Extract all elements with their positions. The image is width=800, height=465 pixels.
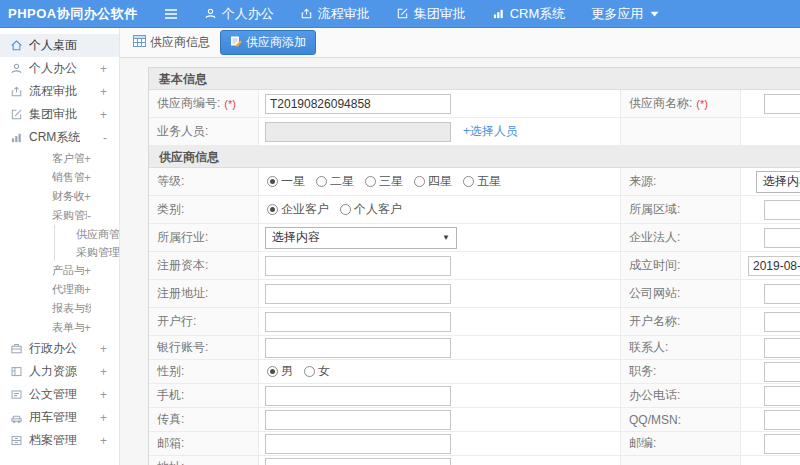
tab-supplier-info[interactable]: 供应商信息 <box>133 34 210 51</box>
postcode-input[interactable] <box>764 434 800 454</box>
expander-plus-icon[interactable]: + <box>100 342 107 356</box>
level-radio-option[interactable]: 三星 <box>365 173 403 190</box>
gender-radio-option[interactable]: 男 <box>267 363 293 380</box>
radio-button[interactable] <box>340 204 351 215</box>
expander-plus-icon[interactable]: + <box>84 171 91 185</box>
radio-button[interactable] <box>267 366 278 377</box>
radio-button[interactable] <box>267 176 278 187</box>
category-radio-group: 企业客户个人客户 <box>267 201 413 218</box>
registered-capital-input[interactable] <box>265 256 451 276</box>
qq-msn-input[interactable] <box>764 410 800 430</box>
radio-label: 企业客户 <box>281 201 329 218</box>
sidebar-item[interactable]: 报表与统计 <box>0 299 119 318</box>
registered-address-input[interactable] <box>265 284 451 304</box>
sidebar-item[interactable]: 个人办公+ <box>0 57 119 80</box>
sidebar-item[interactable]: 供应商管理 <box>54 225 119 243</box>
select-value: 选择内容 <box>763 173 800 190</box>
address-input[interactable] <box>265 458 451 465</box>
fax-input[interactable] <box>265 410 451 430</box>
expander-plus-icon[interactable]: + <box>100 365 107 379</box>
form-row: 邮箱:邮编: <box>149 432 800 456</box>
expander-plus-icon[interactable]: + <box>100 62 107 76</box>
topmenu-item-4[interactable]: CRM系统 <box>492 5 566 23</box>
sidebar-item[interactable]: CRM系统- <box>0 126 119 149</box>
expander-plus-icon[interactable]: + <box>100 108 107 122</box>
legal-person-input[interactable] <box>764 228 800 248</box>
founded-date-input[interactable] <box>748 256 800 276</box>
topmenu-item-3[interactable]: 集团审批 <box>396 5 466 23</box>
sidebar-item[interactable]: 客户管理+ <box>0 149 119 168</box>
job-title-input[interactable] <box>764 362 800 382</box>
supplier-name-input[interactable] <box>764 94 800 114</box>
topmenu-item-2[interactable]: 流程审批 <box>300 5 370 23</box>
level-radio-option[interactable]: 四星 <box>414 173 452 190</box>
company-website-input[interactable] <box>764 284 800 304</box>
expander-plus-icon[interactable]: + <box>100 85 107 99</box>
label-text: 业务人员: <box>157 123 208 140</box>
mobile-input[interactable] <box>265 386 451 406</box>
bank-account-input[interactable] <box>265 338 451 358</box>
expander-minus-icon[interactable]: - <box>103 131 107 145</box>
field-label: 开户行: <box>149 308 259 335</box>
select-staff-link[interactable]: +选择人员 <box>463 123 518 140</box>
business-staff-input[interactable] <box>265 122 451 142</box>
account-name-input[interactable] <box>764 312 800 332</box>
industry-select[interactable]: 选择内容▼ <box>265 227 457 249</box>
form-section: 基本信息供应商编号:(*)供应商名称:(*)业务人员:+选择人员 <box>149 68 800 146</box>
sidebar-item[interactable]: 行政办公+ <box>0 337 119 360</box>
level-radio-option[interactable]: 五星 <box>463 173 501 190</box>
email-input[interactable] <box>265 434 451 454</box>
office-phone-input[interactable] <box>764 386 800 406</box>
sidebar-item-label: 公文管理 <box>29 386 77 403</box>
sidebar-item[interactable]: 表单与流程设置+ <box>0 318 119 337</box>
sidebar-item[interactable]: 公文管理+ <box>0 383 119 406</box>
sidebar-item[interactable]: 销售管理+ <box>0 168 119 187</box>
category-radio-option[interactable]: 企业客户 <box>267 201 329 218</box>
radio-button[interactable] <box>365 176 376 187</box>
sidebar-item[interactable]: 采购管理- <box>0 206 119 225</box>
sidebar-item-label: 财务收支 <box>52 189 84 204</box>
expander-plus-icon[interactable]: + <box>84 321 91 335</box>
sidebar-item[interactable]: 采购管理 <box>54 243 119 261</box>
supplier-code-input[interactable] <box>265 94 451 114</box>
tab-label: 供应商添加 <box>246 34 306 51</box>
label-text: 开户行: <box>157 313 196 330</box>
sidebar-item[interactable]: 产品与库存+ <box>0 261 119 280</box>
expander-plus-icon[interactable]: + <box>84 152 91 166</box>
level-radio-option[interactable]: 二星 <box>316 173 354 190</box>
contact-person-input[interactable] <box>764 338 800 358</box>
radio-button[interactable] <box>267 204 278 215</box>
topmenu-item-1[interactable]: 个人办公 <box>204 5 274 23</box>
radio-button[interactable] <box>304 366 315 377</box>
field-cell <box>741 280 800 307</box>
sidebar-item[interactable]: 用车管理+ <box>0 406 119 429</box>
expander-plus-icon[interactable]: + <box>100 434 107 448</box>
expander-plus-icon[interactable]: + <box>100 411 107 425</box>
expander-plus-icon[interactable]: + <box>84 264 91 278</box>
category-radio-option[interactable]: 个人客户 <box>340 201 402 218</box>
radio-button[interactable] <box>414 176 425 187</box>
level-radio-option[interactable]: 一星 <box>267 173 305 190</box>
expander-minus-icon[interactable]: - <box>87 209 91 223</box>
region-input[interactable] <box>764 200 800 220</box>
topmenu-item-5[interactable]: 更多应用 <box>591 5 659 23</box>
tab-supplier-add[interactable]: 供应商添加 <box>220 30 316 55</box>
top-bar: PHPOA协同办公软件 个人办公流程审批集团审批CRM系统更多应用 <box>0 0 800 28</box>
bank-branch-input[interactable] <box>265 312 451 332</box>
sidebar-item[interactable]: 代理商管理+ <box>0 280 119 299</box>
sidebar-item[interactable]: 流程审批+ <box>0 80 119 103</box>
sidebar-item[interactable]: 个人桌面 <box>0 34 119 57</box>
hamburger-menu-icon[interactable] <box>164 8 178 20</box>
sidebar-item[interactable]: 档案管理+ <box>0 429 119 452</box>
gender-radio-option[interactable]: 女 <box>304 363 330 380</box>
radio-button[interactable] <box>316 176 327 187</box>
expander-plus-icon[interactable]: + <box>84 283 91 297</box>
label-text: 性别: <box>157 363 184 380</box>
sidebar-item[interactable]: 财务收支+ <box>0 187 119 206</box>
radio-button[interactable] <box>463 176 474 187</box>
sidebar-item[interactable]: 人力资源+ <box>0 360 119 383</box>
source-select[interactable]: 选择内容▼ <box>756 171 800 193</box>
expander-plus-icon[interactable]: + <box>100 388 107 402</box>
expander-plus-icon[interactable]: + <box>84 190 91 204</box>
sidebar-item[interactable]: 集团审批+ <box>0 103 119 126</box>
